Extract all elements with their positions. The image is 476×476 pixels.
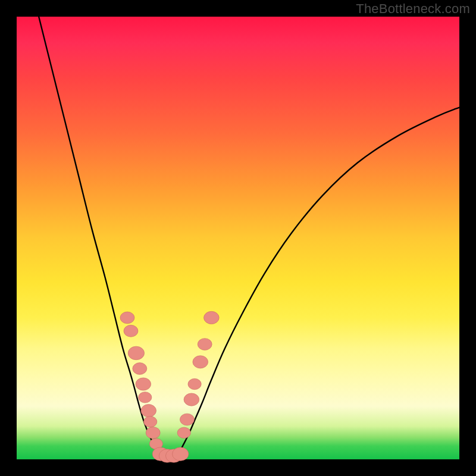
watermark-text: TheBottleneck.com — [356, 1, 470, 17]
left-branch-marker — [146, 427, 160, 439]
right-branch-marker — [198, 339, 212, 350]
marker-layer — [120, 311, 219, 462]
left-branch-marker — [139, 392, 152, 403]
right-branch-marker — [180, 414, 194, 425]
chart-frame: TheBottleneck.com — [0, 0, 476, 476]
curve-layer — [39, 17, 459, 458]
left-branch-marker — [136, 378, 151, 390]
left-branch-marker — [120, 312, 134, 324]
right-branch-marker — [204, 311, 220, 324]
right-branch-marker — [184, 393, 199, 406]
series-right-curve — [176, 108, 459, 458]
left-branch-marker — [133, 363, 147, 375]
left-branch-marker — [141, 405, 156, 417]
left-branch-marker — [144, 416, 157, 427]
left-branch-marker — [124, 325, 138, 337]
right-branch-marker — [188, 378, 201, 389]
right-branch-marker — [193, 356, 208, 368]
plot-area — [17, 17, 459, 459]
chart-svg — [17, 17, 459, 459]
series-left-curve — [39, 17, 162, 457]
right-branch-marker — [177, 427, 190, 438]
bottom-cluster-marker — [173, 447, 189, 461]
left-branch-marker — [128, 346, 144, 360]
